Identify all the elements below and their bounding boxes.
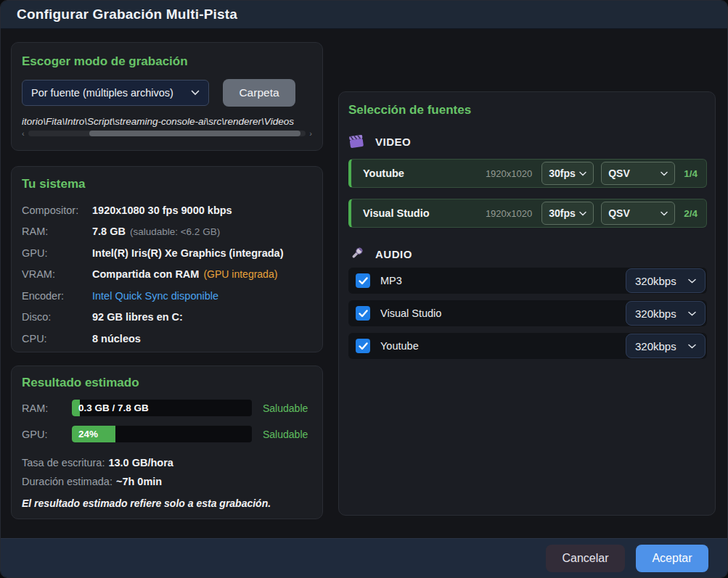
track-number-badge: 2/4 bbox=[684, 208, 698, 219]
checkmark-icon bbox=[359, 310, 368, 318]
checkmark-icon bbox=[359, 342, 368, 350]
chevron-down-icon bbox=[660, 211, 668, 216]
path-scrollbar-thumb[interactable] bbox=[89, 131, 300, 136]
encoder-label: Encoder: bbox=[22, 290, 92, 302]
video-section-label: VIDEO bbox=[375, 136, 411, 148]
bitrate-select[interactable]: 320kbps bbox=[626, 301, 705, 326]
gpu-status-badge: Saludable bbox=[263, 429, 308, 440]
estimate-footnote: El resultado estimado refiere solo a est… bbox=[22, 498, 312, 509]
ram-status-badge: Saludable bbox=[263, 402, 308, 414]
disk-value: 92 GB libres en C: bbox=[92, 311, 183, 323]
sources-heading: Selección de fuentes bbox=[348, 103, 705, 117]
estimate-gpu-row: GPU: 24% Saludable bbox=[22, 426, 312, 442]
system-row-cpu: CPU: 8 núcleos bbox=[22, 328, 312, 350]
write-rate-label: Tasa de escritura: bbox=[22, 457, 105, 468]
video-source-row: Visual Studio 1920x1020 30fps QSV 2/4 bbox=[348, 199, 707, 228]
track-number-badge: 1/4 bbox=[684, 168, 698, 179]
scroll-right-arrow-icon[interactable]: › bbox=[309, 130, 312, 137]
recording-mode-select[interactable]: Por fuente (múltiples archivos) bbox=[22, 80, 209, 106]
chevron-down-icon bbox=[660, 171, 668, 176]
compositor-value: 1920x1080 30 fps 9000 kbps bbox=[92, 205, 232, 216]
audio-source-checkbox[interactable] bbox=[356, 339, 370, 353]
encoder-selected-value: QSV bbox=[608, 168, 630, 179]
chevron-down-icon bbox=[191, 90, 200, 96]
gpu-label: GPU: bbox=[22, 247, 92, 259]
audio-source-name: Visual Studio bbox=[380, 307, 441, 319]
audio-section-header: AUDIO bbox=[348, 246, 705, 262]
folder-button[interactable]: Carpeta bbox=[223, 79, 295, 107]
fps-selected-value: 30fps bbox=[549, 207, 576, 219]
ram-usage-bar: 0.3 GB / 7.8 GB bbox=[72, 400, 252, 416]
video-source-resolution: 1920x1020 bbox=[486, 208, 532, 219]
encoder-value: Intel Quick Sync disponible bbox=[92, 290, 218, 302]
video-source-name: Visual Studio bbox=[363, 207, 430, 219]
gpu-usage-bar: 24% bbox=[72, 426, 252, 442]
ram-label: RAM: bbox=[22, 226, 92, 237]
duration-row: Duración estimada:~7h 0min bbox=[22, 472, 312, 491]
bitrate-selected-value: 320kbps bbox=[635, 307, 676, 320]
chevron-down-icon bbox=[688, 344, 696, 349]
output-path-text: itorio\Fita\Intro\Script\streaming-conso… bbox=[22, 116, 312, 127]
scroll-left-arrow-icon[interactable]: ‹ bbox=[22, 130, 25, 137]
encoder-select[interactable]: QSV bbox=[601, 162, 675, 185]
video-source-name: Youtube bbox=[363, 168, 404, 179]
system-info-card: Tu sistema Compositor: 1920x1080 30 fps … bbox=[11, 166, 323, 352]
recording-mode-selected-value: Por fuente (múltiples archivos) bbox=[31, 87, 173, 99]
vram-value: Compartida con RAM bbox=[92, 268, 199, 280]
path-scrollbar: ‹ › bbox=[22, 130, 312, 137]
estimate-heading: Resultado estimado bbox=[22, 376, 312, 390]
audio-source-checkbox[interactable] bbox=[356, 273, 370, 288]
bitrate-selected-value: 320kbps bbox=[635, 275, 676, 287]
fps-select[interactable]: 30fps bbox=[541, 202, 594, 225]
estimate-ram-label: RAM: bbox=[22, 402, 72, 414]
vram-label: VRAM: bbox=[22, 268, 92, 280]
microphone-icon bbox=[348, 246, 364, 262]
estimated-result-card: Resultado estimado RAM: 0.3 GB / 7.8 GB … bbox=[11, 366, 323, 519]
audio-source-row: Youtube 320kbps bbox=[348, 333, 707, 359]
video-section-header: VIDEO bbox=[348, 133, 705, 149]
disk-label: Disco: bbox=[22, 311, 92, 323]
system-row-vram: VRAM: Compartida con RAM (GPU integrada) bbox=[22, 264, 312, 286]
path-scrollbar-track[interactable] bbox=[28, 131, 306, 136]
encoder-selected-value: QSV bbox=[608, 207, 630, 219]
estimate-gpu-label: GPU: bbox=[22, 429, 72, 440]
fps-select[interactable]: 30fps bbox=[541, 162, 594, 185]
dialog-title: Configurar Grabación Multi-Pista bbox=[17, 7, 237, 22]
write-rate-value: 13.0 GB/hora bbox=[108, 457, 173, 468]
dialog-footer: Cancelar Aceptar bbox=[1, 538, 727, 577]
bitrate-selected-value: 320kbps bbox=[635, 340, 676, 352]
cpu-label: CPU: bbox=[22, 333, 92, 344]
bitrate-select[interactable]: 320kbps bbox=[626, 334, 705, 358]
cancel-button[interactable]: Cancelar bbox=[546, 545, 625, 572]
system-row-ram: RAM: 7.8 GB (saludable: <6.2 GB) bbox=[22, 221, 312, 243]
audio-source-name: Youtube bbox=[380, 340, 419, 352]
gpu-usage-bar-text: 24% bbox=[78, 426, 98, 442]
system-heading: Tu sistema bbox=[22, 177, 312, 191]
dialog-header: Configurar Grabación Multi-Pista bbox=[1, 1, 727, 29]
fps-selected-value: 30fps bbox=[549, 168, 576, 179]
audio-source-row: Visual Studio 320kbps bbox=[348, 300, 707, 326]
encoder-select[interactable]: QSV bbox=[601, 202, 675, 225]
bitrate-select[interactable]: 320kbps bbox=[626, 268, 705, 293]
source-selection-panel: Selección de fuentes VIDEO Youtube 1920x… bbox=[338, 91, 716, 516]
multi-track-recording-dialog: Configurar Grabación Multi-Pista Escoger… bbox=[0, 0, 728, 578]
accept-button[interactable]: Aceptar bbox=[636, 545, 708, 572]
chevron-down-icon bbox=[688, 311, 696, 316]
system-row-disk: Disco: 92 GB libres en C: bbox=[22, 307, 312, 329]
checkmark-icon bbox=[359, 277, 368, 285]
system-row-gpu: GPU: Intel(R) Iris(R) Xe Graphics (integ… bbox=[22, 242, 312, 264]
ram-usage-bar-text: 0.3 GB / 7.8 GB bbox=[78, 400, 149, 416]
system-row-compositor: Compositor: 1920x1080 30 fps 9000 kbps bbox=[22, 199, 312, 221]
clapperboard-icon bbox=[348, 133, 364, 149]
audio-source-checkbox[interactable] bbox=[356, 306, 370, 321]
compositor-label: Compositor: bbox=[22, 205, 92, 216]
recording-mode-heading: Escoger modo de grabación bbox=[22, 54, 312, 69]
video-source-resolution: 1920x1020 bbox=[486, 168, 532, 179]
duration-value: ~7h 0min bbox=[116, 476, 162, 487]
ram-value: 7.8 GB bbox=[92, 226, 126, 237]
chevron-down-icon bbox=[688, 278, 696, 284]
system-row-encoder: Encoder: Intel Quick Sync disponible bbox=[22, 285, 312, 307]
chevron-down-icon bbox=[579, 171, 586, 176]
cpu-value: 8 núcleos bbox=[92, 333, 141, 344]
recording-mode-card: Escoger modo de grabación Por fuente (mú… bbox=[11, 42, 323, 151]
